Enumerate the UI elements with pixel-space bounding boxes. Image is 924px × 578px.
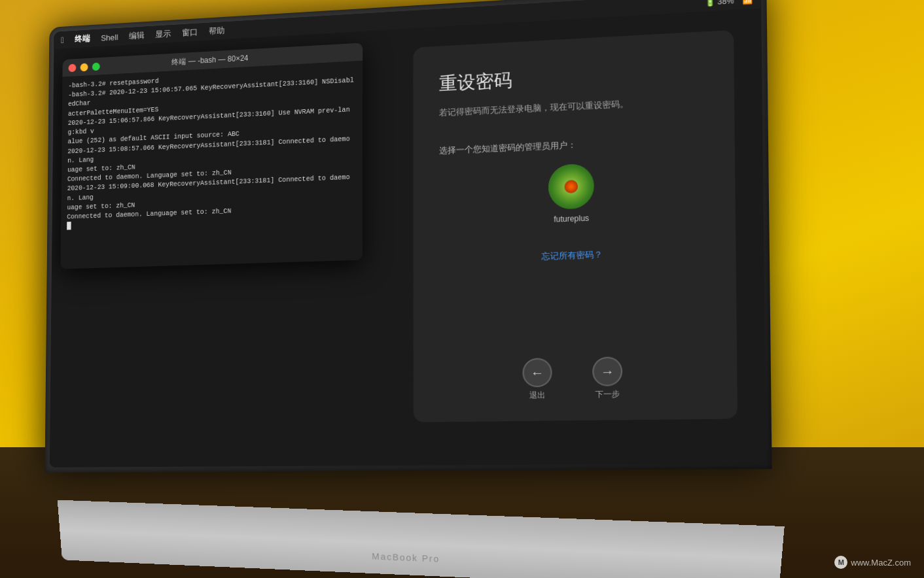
wifi-indicator: 📶	[742, 0, 753, 5]
watermark: M www.MacZ.com	[834, 556, 911, 569]
avatar-kiwi-image	[548, 163, 594, 209]
user-avatar[interactable]	[548, 163, 594, 209]
screen-content: 终端 — -bash — 80×24 -bash-3.2# resetpassw…	[50, 8, 766, 468]
screen-bezel:  终端 Shell 编辑 显示 窗口 帮助 🔋 38% 📶 终端 — -bas…	[44, 0, 772, 473]
terminal-cursor	[67, 222, 71, 230]
back-button[interactable]: ← 退出	[522, 358, 552, 401]
battery-indicator: 🔋 38%	[705, 0, 734, 7]
watermark-text: www.MacZ.com	[851, 558, 911, 568]
menubar-right: 🔋 38% 📶	[705, 0, 753, 7]
close-button[interactable]	[69, 63, 77, 72]
dialog-title: 重设密码	[439, 68, 512, 96]
user-name-label: futureplus	[554, 213, 589, 224]
forgot-password-link[interactable]: 忘记所有密码？	[541, 248, 603, 262]
watermark-icon: M	[834, 556, 847, 569]
menu-help[interactable]: 帮助	[209, 25, 224, 37]
next-button[interactable]: → 下一步	[592, 356, 622, 400]
dialog-subtitle: 若记得密码而无法登录电脑，现在可以重设密码。	[439, 97, 629, 119]
menu-view[interactable]: 显示	[155, 28, 171, 40]
maximize-button[interactable]	[92, 62, 100, 71]
screen-inner:  终端 Shell 编辑 显示 窗口 帮助 🔋 38% 📶 终端 — -bas…	[50, 0, 766, 468]
menu-window[interactable]: 窗口	[182, 27, 198, 39]
user-avatar-container[interactable]: futureplus	[548, 163, 594, 224]
menu-shell[interactable]: Shell	[101, 32, 118, 42]
minimize-button[interactable]	[80, 63, 88, 71]
dialog-select-label: 选择一个您知道密码的管理员用户：	[439, 139, 577, 156]
terminal-body[interactable]: -bash-3.2# resetpassword -bash-3.2# 2020…	[60, 61, 363, 269]
back-button-label: 退出	[529, 390, 546, 401]
password-dialog: 重设密码 若记得密码而无法登录电脑，现在可以重设密码。 选择一个您知道密码的管理…	[413, 30, 737, 422]
menu-edit[interactable]: 编辑	[129, 29, 145, 41]
terminal-title: 终端 — -bash — 80×24	[171, 53, 248, 68]
menu-terminal[interactable]: 终端	[75, 33, 90, 44]
keyboard-brand: MacBook Pro	[372, 551, 440, 564]
next-button-circle[interactable]: →	[592, 356, 622, 386]
dialog-bottom-buttons: ← 退出 → 下一步	[522, 356, 622, 401]
apple-menu[interactable]: 	[61, 35, 64, 45]
terminal-window[interactable]: 终端 — -bash — 80×24 -bash-3.2# resetpassw…	[60, 42, 363, 269]
next-button-label: 下一步	[595, 388, 620, 400]
back-button-circle[interactable]: ←	[522, 358, 552, 387]
